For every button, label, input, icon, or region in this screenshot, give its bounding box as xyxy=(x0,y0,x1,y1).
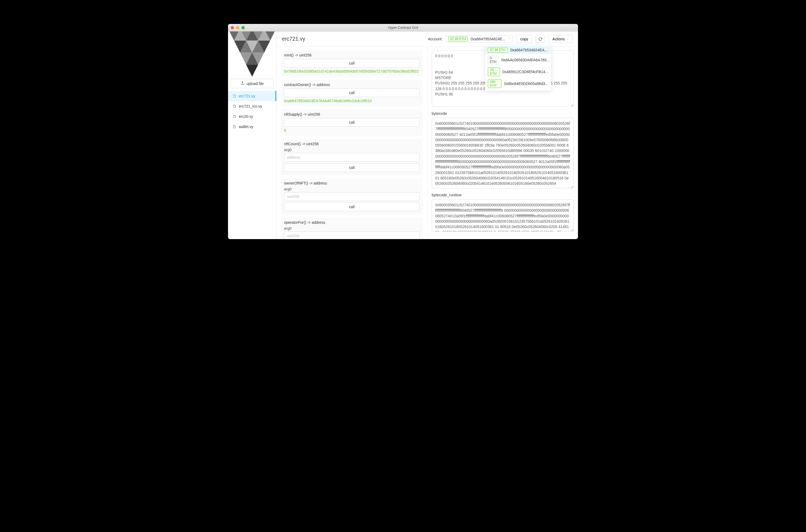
bytecode-runtime-output[interactable] xyxy=(432,199,574,232)
bytecode-label: bytecode xyxy=(432,111,574,116)
refresh-icon xyxy=(538,37,542,41)
account-option-3[interactable]: 260 ETH 0x6bc84E0DDb05a96d3... xyxy=(485,78,551,90)
function-card-nftsupply: nftSupply() -> uint256 call 5 xyxy=(281,110,423,136)
account-option-1[interactable]: 0 ETH 0xdAAc0658304dFA6A783... xyxy=(485,54,551,66)
page-title: erc721.vy xyxy=(282,36,424,42)
account-address: 0x6bc84E0DDb05a96d3... xyxy=(504,81,548,86)
svg-marker-9 xyxy=(246,64,258,77)
eth-balance-badge: 260 ETH xyxy=(488,79,501,88)
actions-button[interactable]: Actions ⌄ xyxy=(548,35,573,43)
file-name: erc721.vy xyxy=(239,94,255,98)
call-button[interactable]: call xyxy=(284,118,420,127)
call-button[interactable]: call xyxy=(284,163,420,172)
account-address: 0xdAAc0658304dFA6A783... xyxy=(501,58,550,62)
file-icon xyxy=(233,125,236,129)
traffic-lights xyxy=(231,26,245,29)
account-address: 0x489912C3D6Ef4cFB14... xyxy=(502,70,548,74)
eth-balance-badge: 97.99 ETH xyxy=(488,48,508,53)
account-select[interactable]: 97.99 ETH 0xa66479534824E... ⌃ xyxy=(446,35,513,43)
function-result: 5 xyxy=(284,128,420,133)
function-signature: ownerOfNFT() -> address xyxy=(284,181,420,185)
eth-balance-badge: 0 ETH xyxy=(488,56,498,64)
call-button[interactable]: call xyxy=(284,89,420,97)
file-item-erc721[interactable]: erc721.vy xyxy=(228,91,276,101)
chevron-down-icon: ⌄ xyxy=(566,37,569,40)
account-address: 0xa66479534824EA... xyxy=(510,48,548,52)
upload-icon xyxy=(241,81,244,86)
function-signature: contractOwner() -> address xyxy=(284,82,420,87)
file-icon xyxy=(233,94,236,98)
copy-button[interactable]: copy xyxy=(516,35,532,43)
maximize-window-button[interactable] xyxy=(241,26,245,29)
functions-column[interactable]: mint() -> uint256 call 0x76651f6e32085a5… xyxy=(276,46,427,239)
eth-balance-badge: 97.99 ETH xyxy=(448,37,468,41)
function-card-ownerofnft: ownerOfNFT() -> address arg0 call xyxy=(281,178,423,214)
bytecode-output[interactable] xyxy=(432,118,574,188)
chevron-up-icon: ⌃ xyxy=(508,37,511,41)
function-card-nftcount: nftCount() -> uint256 arg0 call xyxy=(281,139,423,175)
header: erc721.vy Account: 97.99 ETH 0xa66479534… xyxy=(276,32,578,46)
function-card-contractowner: contractOwner() -> address call 0xa66479… xyxy=(281,80,423,106)
titlebar: Vyper Contract GUI xyxy=(228,24,578,32)
file-item-erc721-ico[interactable]: erc721_ico.vy xyxy=(228,101,276,111)
upload-file-button[interactable]: upload file xyxy=(231,79,274,88)
file-item-erc20[interactable]: erc20.vy xyxy=(228,111,276,121)
minimize-window-button[interactable] xyxy=(236,26,239,29)
arg-input[interactable] xyxy=(284,192,420,201)
function-signature: nftSupply() -> uint256 xyxy=(284,112,420,116)
account-option-0[interactable]: 97.99 ETH 0xa66479534824EA... xyxy=(485,46,551,54)
file-name: erc20.vy xyxy=(239,114,253,119)
account-label: Account: xyxy=(428,37,442,41)
file-icon xyxy=(233,115,236,118)
function-card-operatorfor: operatorFor() -> address arg0 call xyxy=(281,217,423,239)
arg-label: arg0 xyxy=(284,187,420,191)
function-card-mint: mint() -> uint256 call 0x76651f6e32085a5… xyxy=(281,50,423,77)
arg-input[interactable] xyxy=(284,232,420,239)
account-address: 0xa66479534824E... xyxy=(471,37,505,41)
arg-input[interactable] xyxy=(284,153,420,162)
bytecode-runtime-label: bytecode_runtime xyxy=(432,193,574,197)
function-result: 0x76651f6e32085a51d741de43da5d564de576f3… xyxy=(284,69,420,73)
call-button[interactable]: call xyxy=(284,203,420,211)
file-list: erc721.vy erc721_ico.vy erc20.vy wallet.… xyxy=(228,91,276,239)
file-icon xyxy=(233,104,236,108)
account-dropdown: 97.99 ETH 0xa66479534824EA... 0 ETH 0xdA… xyxy=(485,45,551,91)
function-result: 0xa66479534824EA7b4Ad6746a62495c24cb16f5… xyxy=(284,99,420,103)
refresh-button[interactable] xyxy=(535,35,545,43)
call-button[interactable]: call xyxy=(284,59,420,68)
function-signature: nftCount() -> uint256 xyxy=(284,142,420,146)
window-title: Vyper Contract GUI xyxy=(228,25,578,30)
app-body: upload file erc721.vy erc721_ico.vy erc2… xyxy=(228,32,578,239)
account-option-2[interactable]: 25 ETH 0x489912C3D6Ef4cFB14... xyxy=(485,66,551,78)
upload-label: upload file xyxy=(246,81,264,86)
eth-balance-badge: 25 ETH xyxy=(488,68,500,76)
logo xyxy=(228,32,276,77)
app-window: Vyper Contract GUI xyxy=(228,24,578,239)
arg-label: arg0 xyxy=(284,226,420,230)
file-name: wallet.vy xyxy=(239,125,253,129)
sidebar: upload file erc721.vy erc721_ico.vy erc2… xyxy=(228,32,276,239)
file-item-wallet[interactable]: wallet.vy xyxy=(228,121,276,132)
file-name: erc721_ico.vy xyxy=(239,104,262,108)
function-signature: mint() -> uint256 xyxy=(284,53,420,57)
close-window-button[interactable] xyxy=(231,26,234,29)
main: erc721.vy Account: 97.99 ETH 0xa66479534… xyxy=(276,32,578,239)
function-signature: operatorFor() -> address xyxy=(284,220,420,225)
arg-label: arg0 xyxy=(284,148,420,152)
